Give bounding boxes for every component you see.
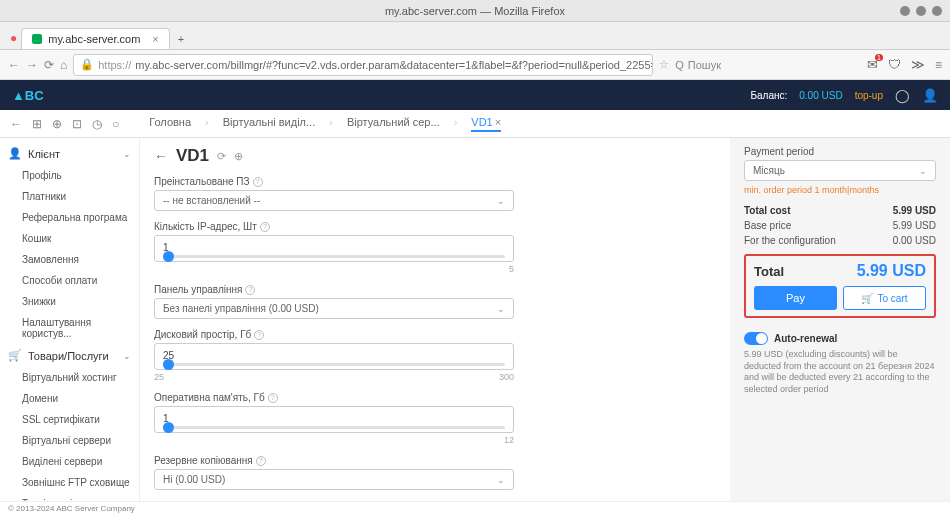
sidebar-item-vps[interactable]: Віртуальні сервери [0, 430, 139, 451]
help-icon[interactable]: ? [271, 501, 281, 502]
sidebar-section-products[interactable]: 🛒 Товари/Послуги ⌄ [0, 344, 139, 367]
config-label: For the configuration [744, 235, 836, 246]
total-cost-value: 5.99 USD [893, 205, 936, 216]
sidebar-item-dedicated[interactable]: Виділені сервери [0, 451, 139, 472]
logo[interactable]: ▲BC [12, 88, 44, 103]
cpu-label: Кількість процесорів, Шт [154, 500, 268, 501]
globe-icon[interactable]: ⊕ [234, 150, 243, 163]
minimize-icon[interactable] [900, 6, 910, 16]
nav-forward-icon[interactable]: → [26, 58, 38, 72]
slider-thumb[interactable] [163, 359, 174, 370]
sidebar-section-client[interactable]: 👤 Клієнт ⌄ [0, 142, 139, 165]
slider-thumb[interactable] [163, 422, 174, 433]
tab-close-icon[interactable]: × [152, 33, 158, 45]
breadcrumb-bar: ← ⊞ ⊕ ⊡ ◷ ○ Головна › Віртуальні виділ..… [0, 110, 950, 138]
user-icon: 👤 [8, 147, 22, 160]
ram-slider[interactable]: 1 [154, 406, 514, 433]
nav-back-small-icon[interactable]: ← [10, 117, 22, 131]
nav-cart-icon[interactable]: ⊕ [52, 117, 62, 131]
footer: © 2013-2024 ABC Server Company [0, 501, 950, 515]
support-icon[interactable]: ◯ [895, 88, 910, 103]
page-title-row: ← VD1 ⟳ ⊕ [154, 146, 716, 166]
sidebar-item-payers[interactable]: Платники [0, 186, 139, 207]
sidebar-item-payment-methods[interactable]: Способи оплати [0, 270, 139, 291]
user-icon[interactable]: 👤 [922, 88, 938, 103]
auto-renewal-block: Auto-renewal 5.99 USD (excluding discoun… [744, 332, 936, 396]
panel-select[interactable]: Без панелі управління (0.00 USD) ⌄ [154, 298, 514, 319]
more-icon[interactable]: ≫ [911, 57, 925, 72]
search-icon: Q [675, 59, 684, 71]
nav-home-icon[interactable]: ⌂ [60, 58, 67, 72]
bookmark-icon[interactable]: ☆ [659, 58, 669, 71]
disk-slider[interactable]: 25 [154, 343, 514, 370]
topup-link[interactable]: top-up [855, 90, 883, 101]
chevron-down-icon: ⌄ [919, 166, 927, 176]
hamburger-icon[interactable]: ≡ [935, 58, 942, 72]
to-cart-button[interactable]: 🛒To cart [843, 286, 926, 310]
url-input[interactable]: 🔒 https://my.abc-server.com/billmgr/#?fu… [73, 54, 653, 76]
crumb-current[interactable]: VD1× [471, 116, 501, 132]
help-icon[interactable]: ? [260, 222, 270, 232]
sidebar-item-profile[interactable]: Профіль [0, 165, 139, 186]
mail-icon[interactable]: ✉1 [867, 57, 878, 72]
sidebar-item-domains[interactable]: Домени [0, 388, 139, 409]
disk-label: Дисковий простір, Гб [154, 329, 251, 340]
summary-panel: Payment period Місяць ⌄ min. order perio… [730, 138, 950, 501]
nav-back-icon[interactable]: ← [8, 58, 20, 72]
auto-renewal-toggle[interactable] [744, 332, 768, 345]
nav-box-icon[interactable]: ⊡ [72, 117, 82, 131]
sidebar-item-support[interactable]: Технічна підтримка [0, 493, 139, 501]
nav-tasks-icon[interactable]: ⊞ [32, 117, 42, 131]
url-bar: ← → ⟳ ⌂ 🔒 https://my.abc-server.com/bill… [0, 50, 950, 80]
nav-reload-icon[interactable]: ⟳ [44, 58, 54, 72]
help-icon[interactable]: ? [253, 177, 263, 187]
help-icon[interactable]: ? [256, 456, 266, 466]
help-icon[interactable]: ? [254, 330, 264, 340]
help-icon[interactable]: ? [245, 285, 255, 295]
close-icon[interactable] [932, 6, 942, 16]
maximize-icon[interactable] [916, 6, 926, 16]
auto-renewal-label: Auto-renewal [774, 333, 837, 344]
page-title: VD1 [176, 146, 209, 166]
refresh-icon[interactable]: ⟳ [217, 150, 226, 163]
config-value: 0.00 USD [893, 235, 936, 246]
help-icon[interactable]: ? [268, 393, 278, 403]
window-title: my.abc-server.com — Mozilla Firefox [385, 5, 565, 17]
base-price-value: 5.99 USD [893, 220, 936, 231]
breadcrumb: Головна › Віртуальні виділ... › Віртуаль… [149, 116, 501, 132]
crumb-home[interactable]: Головна [149, 116, 191, 132]
base-price-label: Base price [744, 220, 791, 231]
ip-slider[interactable]: 1 [154, 235, 514, 262]
search-box[interactable]: Q Пошук [675, 59, 721, 71]
chevron-down-icon: ⌄ [123, 149, 131, 159]
sidebar-item-discounts[interactable]: Знижки [0, 291, 139, 312]
slider-thumb[interactable] [163, 251, 174, 262]
backup-select[interactable]: Ні (0.00 USD) ⌄ [154, 469, 514, 490]
browser-tab[interactable]: my.abc-server.com × [21, 28, 170, 49]
back-arrow-icon[interactable]: ← [154, 148, 168, 164]
sidebar-item-ftp[interactable]: Зовнішнє FTP сховище [0, 472, 139, 493]
ip-label: Кількість IP-адрес, Шт [154, 221, 257, 232]
period-select[interactable]: Місяць ⌄ [744, 160, 936, 181]
crumb-vds-list[interactable]: Віртуальні виділ... [223, 116, 315, 132]
crumb-vds[interactable]: Віртуальний сер... [347, 116, 440, 132]
crumb-close-icon[interactable]: × [495, 116, 501, 128]
extension-icon[interactable]: 🛡 [888, 57, 901, 72]
new-tab-button[interactable]: + [170, 29, 192, 49]
cart-icon: 🛒 [8, 349, 22, 362]
nav-clock-icon[interactable]: ◷ [92, 117, 102, 131]
sidebar-item-referral[interactable]: Реферальна програма [0, 207, 139, 228]
tab-favicon [32, 34, 42, 44]
tab-title: my.abc-server.com [48, 33, 140, 45]
sidebar-item-hosting[interactable]: Віртуальний хостинг [0, 367, 139, 388]
total-cost-label: Total cost [744, 205, 790, 216]
sidebar-item-orders[interactable]: Замовлення [0, 249, 139, 270]
lock-icon: 🔒 [80, 58, 94, 71]
backup-label: Резервне копіювання [154, 455, 253, 466]
sidebar-item-ssl[interactable]: SSL сертифікати [0, 409, 139, 430]
sidebar-item-settings[interactable]: Налаштування користув... [0, 312, 139, 344]
preinstalled-select[interactable]: -- не встановлений -- ⌄ [154, 190, 514, 211]
nav-search-icon[interactable]: ○ [112, 117, 119, 131]
sidebar-item-cart[interactable]: Кошик [0, 228, 139, 249]
pay-button[interactable]: Pay [754, 286, 837, 310]
